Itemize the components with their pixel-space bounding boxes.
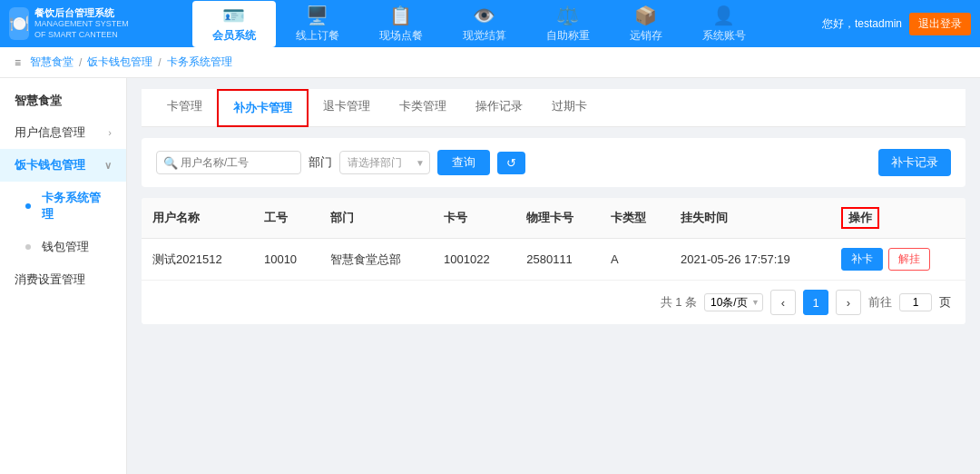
on-site-icon: 📋 [389,5,412,26]
app-subtitle: MANAGEMENT SYSTEM OF SMART CANTEEN [34,19,136,40]
sidebar-label-consumer: 消费设置管理 [15,272,85,288]
tab-reissue[interactable]: 补办卡管理 [217,89,309,127]
main-layout: 智慧食堂 用户信息管理 › 饭卡钱包管理 ∨ 卡务系统管理 钱包管理 消费设置管… [0,78,980,474]
col-header-employee-id: 工号 [253,198,320,239]
sidebar: 智慧食堂 用户信息管理 › 饭卡钱包管理 ∨ 卡务系统管理 钱包管理 消费设置管… [0,78,127,474]
cell-card-no: 1001022 [433,239,515,281]
tab-operation-log[interactable]: 操作记录 [461,89,537,127]
table-row: 测试2021512 10010 智慧食堂总部 1001022 2580111 A… [142,239,965,281]
pagination: 共 1 条 10条/页 ▼ ‹ 1 › 前往 页 [142,281,965,324]
page-total: 共 1 条 [661,294,697,311]
circle-icon [25,203,31,209]
tab-card-mgr[interactable]: 卡管理 [152,89,217,127]
nav-item-on-site[interactable]: 📋 现场点餐 [359,1,443,47]
sidebar-item-user-info[interactable]: 用户信息管理 › [0,116,126,149]
nav-label-membership: 会员系统 [212,28,256,44]
cell-employee-id: 10010 [253,239,320,281]
cell-lost-time: 2021-05-26 17:57:19 [670,239,830,281]
reissue-record-button[interactable]: 补卡记录 [878,149,951,176]
col-header-username: 用户名称 [142,198,253,239]
table-wrap: 用户名称 工号 部门 卡号 物理卡号 卡类型 挂失时间 操作 测试202 [142,198,965,324]
col-header-physical-card: 物理卡号 [515,198,600,239]
membership-icon: 🪪 [222,5,245,26]
breadcrumb-item-3: 卡务系统管理 [167,54,232,70]
breadcrumb-sep-2: / [158,56,161,69]
cell-dept: 智慧食堂总部 [319,239,433,281]
ops-buttons: 补卡 解挂 [841,248,955,271]
nav-right: 您好，testadmin 退出登录 [822,13,971,35]
dept-label: 部门 [309,154,332,171]
system-icon: 👤 [712,5,735,26]
next-page-button[interactable]: › [836,290,861,315]
data-table: 用户名称 工号 部门 卡号 物理卡号 卡类型 挂失时间 操作 测试202 [142,198,965,281]
nav-label-on-site: 现场点餐 [379,28,423,44]
sidebar-item-wallet-mgr[interactable]: 钱包管理 [0,231,126,263]
sidebar-toggle-wallet: ∨ [104,160,112,172]
breadcrumb-item-2[interactable]: 饭卡钱包管理 [87,54,152,70]
current-page-button[interactable]: 1 [803,290,828,315]
reset-button[interactable]: ↺ [497,152,525,174]
reissue-card-button[interactable]: 补卡 [841,248,883,271]
sidebar-item-consumer[interactable]: 消费设置管理 [0,263,126,296]
search-bar: 🔍 部门 请选择部门 ▼ 查询 ↺ 补卡记录 [142,138,965,187]
breadcrumb-item-1[interactable]: 智慧食堂 [30,54,74,70]
tabs: 卡管理 补办卡管理 退卡管理 卡类管理 操作记录 过期卡 [142,89,965,127]
search-icon: 🔍 [163,156,178,170]
sidebar-label-wallet-mgr: 钱包管理 [42,239,89,255]
nav-label-settlement: 现觉结算 [463,28,506,44]
circle-icon-wallet [25,244,31,250]
nav-item-settlement[interactable]: 👁️ 现觉结算 [443,1,526,47]
sub-header: ≡ 智慧食堂 / 饭卡钱包管理 / 卡务系统管理 [0,47,980,78]
col-header-dept: 部门 [319,198,433,239]
cell-ops: 补卡 解挂 [830,239,965,281]
logo-icon: 🍽️ [9,7,29,40]
dept-select[interactable]: 请选择部门 [339,151,430,174]
table-header-row: 用户名称 工号 部门 卡号 物理卡号 卡类型 挂失时间 操作 [142,198,965,239]
page-size-select[interactable]: 10条/页 [704,293,763,311]
nav-item-stock[interactable]: 📦 远销存 [610,1,682,47]
tab-expired[interactable]: 过期卡 [537,89,602,127]
sidebar-toggle-user-info: › [108,127,112,138]
nav-label-auto-scale: 自助称重 [546,28,590,44]
settlement-icon: 👁️ [473,5,495,26]
col-header-lost-time: 挂失时间 [670,198,830,239]
stock-icon: 📦 [634,5,657,26]
auto-scale-icon: ⚖️ [556,5,579,26]
unfreeze-button[interactable]: 解挂 [888,248,930,271]
sidebar-label-user-info: 用户信息管理 [15,124,85,141]
sidebar-label-wallet: 饭卡钱包管理 [15,157,85,173]
tab-lost[interactable]: 退卡管理 [309,89,385,127]
cell-physical-card: 2580111 [515,239,600,281]
col-header-card-type: 卡类型 [600,198,670,239]
logout-button[interactable]: 退出登录 [909,13,971,35]
online-order-icon: 🖥️ [306,5,328,26]
search-input[interactable] [156,151,301,174]
col-header-ops: 操作 [830,198,965,239]
sidebar-item-wallet[interactable]: 饭卡钱包管理 ∨ [0,149,126,182]
sidebar-item-card-service[interactable]: 卡务系统管理 [0,182,126,231]
logo-area: 🍽️ 餐饮后台管理系统 MANAGEMENT SYSTEM OF SMART C… [9,6,136,41]
nav-items: 🪪 会员系统 🖥️ 线上订餐 📋 现场点餐 👁️ 现觉结算 ⚖️ 自助称重 📦 … [136,1,822,47]
nav-label-system: 系统账号 [702,28,746,44]
page-goto-label: 前往 [868,294,892,311]
nav-item-auto-scale[interactable]: ⚖️ 自助称重 [526,1,610,47]
nav-item-online-order[interactable]: 🖥️ 线上订餐 [276,1,359,47]
page-label: 页 [939,294,951,311]
tab-card-type[interactable]: 卡类管理 [385,89,461,127]
breadcrumb-toggle-icon[interactable]: ≡ [15,56,21,69]
ops-col-header-label: 操作 [841,207,879,229]
col-header-card-no: 卡号 [433,198,515,239]
cell-card-type: A [600,239,670,281]
prev-page-button[interactable]: ‹ [770,290,796,315]
nav-item-membership[interactable]: 🪪 会员系统 [192,1,276,47]
main-content: 卡管理 补办卡管理 退卡管理 卡类管理 操作记录 过期卡 🔍 部门 请选择部门 … [127,78,980,474]
cell-username: 测试2021512 [142,239,253,281]
nav-item-system[interactable]: 👤 系统账号 [682,1,766,47]
logo-text: 餐饮后台管理系统 MANAGEMENT SYSTEM OF SMART CANT… [34,6,136,41]
query-button[interactable]: 查询 [437,150,490,175]
search-input-wrap: 🔍 [156,151,301,174]
breadcrumb-sep-1: / [79,56,82,69]
sidebar-title: 智慧食堂 [0,85,126,116]
nav-label-online-order: 线上订餐 [296,28,339,44]
page-goto-input[interactable] [899,293,932,311]
